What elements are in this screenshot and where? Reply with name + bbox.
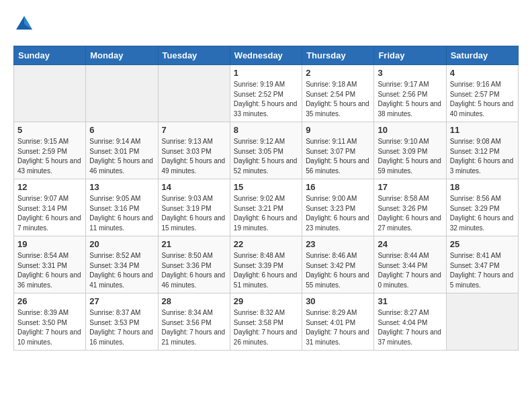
- calendar-table: SundayMondayTuesdayWednesdayThursdayFrid…: [13, 46, 519, 351]
- day-number: 27: [89, 296, 154, 306]
- day-number: 24: [378, 239, 442, 249]
- day-info: Sunrise: 8:52 AM Sunset: 3:34 PM Dayligh…: [89, 251, 154, 290]
- day-info: Sunrise: 8:29 AM Sunset: 4:01 PM Dayligh…: [306, 308, 370, 347]
- calendar-week-4: 19Sunrise: 8:54 AM Sunset: 3:31 PM Dayli…: [14, 236, 519, 293]
- calendar-cell: 21Sunrise: 8:50 AM Sunset: 3:36 PM Dayli…: [158, 236, 230, 293]
- calendar-cell: 30Sunrise: 8:29 AM Sunset: 4:01 PM Dayli…: [302, 293, 374, 351]
- day-info: Sunrise: 8:54 AM Sunset: 3:31 PM Dayligh…: [17, 251, 82, 290]
- calendar-cell: 26Sunrise: 8:39 AM Sunset: 3:50 PM Dayli…: [14, 293, 86, 351]
- calendar-week-2: 5Sunrise: 9:15 AM Sunset: 2:59 PM Daylig…: [14, 122, 519, 179]
- calendar-cell: 8Sunrise: 9:12 AM Sunset: 3:05 PM Daylig…: [230, 122, 302, 179]
- day-info: Sunrise: 8:48 AM Sunset: 3:39 PM Dayligh…: [234, 251, 298, 290]
- day-info: Sunrise: 9:11 AM Sunset: 3:07 PM Dayligh…: [306, 137, 370, 176]
- day-number: 6: [89, 125, 154, 135]
- day-info: Sunrise: 8:34 AM Sunset: 3:56 PM Dayligh…: [162, 308, 226, 347]
- day-number: 23: [306, 239, 370, 249]
- calendar-cell: [158, 65, 230, 122]
- weekday-header-friday: Friday: [374, 46, 446, 65]
- day-info: Sunrise: 9:17 AM Sunset: 2:56 PM Dayligh…: [378, 80, 442, 119]
- logo: [13, 13, 38, 35]
- weekday-header-wednesday: Wednesday: [230, 46, 302, 65]
- day-info: Sunrise: 8:32 AM Sunset: 3:58 PM Dayligh…: [234, 308, 298, 347]
- calendar-cell: 29Sunrise: 8:32 AM Sunset: 3:58 PM Dayli…: [230, 293, 302, 351]
- day-info: Sunrise: 8:37 AM Sunset: 3:53 PM Dayligh…: [89, 308, 154, 347]
- day-number: 21: [162, 239, 226, 249]
- weekday-header-monday: Monday: [86, 46, 158, 65]
- day-number: 20: [89, 239, 154, 249]
- day-info: Sunrise: 8:41 AM Sunset: 3:47 PM Dayligh…: [450, 251, 515, 290]
- weekday-header-sunday: Sunday: [14, 46, 86, 65]
- day-number: 30: [306, 296, 370, 306]
- calendar-week-5: 26Sunrise: 8:39 AM Sunset: 3:50 PM Dayli…: [14, 293, 519, 351]
- day-number: 12: [17, 182, 82, 192]
- day-info: Sunrise: 9:18 AM Sunset: 2:54 PM Dayligh…: [306, 80, 370, 119]
- calendar-cell: 11Sunrise: 9:08 AM Sunset: 3:12 PM Dayli…: [446, 122, 518, 179]
- day-number: 2: [306, 68, 370, 78]
- day-info: Sunrise: 8:46 AM Sunset: 3:42 PM Dayligh…: [306, 251, 370, 290]
- day-number: 3: [378, 68, 442, 78]
- day-info: Sunrise: 8:44 AM Sunset: 3:44 PM Dayligh…: [378, 251, 442, 290]
- day-number: 10: [378, 125, 442, 135]
- day-number: 4: [450, 68, 515, 78]
- weekday-header-saturday: Saturday: [446, 46, 518, 65]
- calendar-cell: [446, 293, 518, 351]
- day-number: 7: [162, 125, 226, 135]
- calendar-cell: 10Sunrise: 9:10 AM Sunset: 3:09 PM Dayli…: [374, 122, 446, 179]
- day-info: Sunrise: 9:13 AM Sunset: 3:03 PM Dayligh…: [162, 137, 226, 176]
- day-number: 15: [234, 182, 298, 192]
- calendar-cell: 12Sunrise: 9:07 AM Sunset: 3:14 PM Dayli…: [14, 179, 86, 236]
- calendar-cell: 25Sunrise: 8:41 AM Sunset: 3:47 PM Dayli…: [446, 236, 518, 293]
- day-info: Sunrise: 9:08 AM Sunset: 3:12 PM Dayligh…: [450, 137, 515, 176]
- calendar-cell: [14, 65, 86, 122]
- weekday-header-tuesday: Tuesday: [158, 46, 230, 65]
- day-info: Sunrise: 9:12 AM Sunset: 3:05 PM Dayligh…: [234, 137, 298, 176]
- calendar-week-3: 12Sunrise: 9:07 AM Sunset: 3:14 PM Dayli…: [14, 179, 519, 236]
- day-number: 5: [17, 125, 82, 135]
- day-info: Sunrise: 9:00 AM Sunset: 3:23 PM Dayligh…: [306, 194, 370, 233]
- day-info: Sunrise: 9:02 AM Sunset: 3:21 PM Dayligh…: [234, 194, 298, 233]
- calendar-cell: 24Sunrise: 8:44 AM Sunset: 3:44 PM Dayli…: [374, 236, 446, 293]
- day-info: Sunrise: 9:15 AM Sunset: 2:59 PM Dayligh…: [17, 137, 82, 176]
- calendar-cell: 27Sunrise: 8:37 AM Sunset: 3:53 PM Dayli…: [86, 293, 158, 351]
- calendar-cell: 2Sunrise: 9:18 AM Sunset: 2:54 PM Daylig…: [302, 65, 374, 122]
- calendar-cell: 28Sunrise: 8:34 AM Sunset: 3:56 PM Dayli…: [158, 293, 230, 351]
- calendar-cell: 6Sunrise: 9:14 AM Sunset: 3:01 PM Daylig…: [86, 122, 158, 179]
- day-number: 8: [234, 125, 298, 135]
- day-number: 26: [17, 296, 82, 306]
- day-number: 25: [450, 239, 515, 249]
- calendar-cell: 22Sunrise: 8:48 AM Sunset: 3:39 PM Dayli…: [230, 236, 302, 293]
- logo-icon: [13, 13, 35, 35]
- calendar-cell: 13Sunrise: 9:05 AM Sunset: 3:16 PM Dayli…: [86, 179, 158, 236]
- calendar-cell: 9Sunrise: 9:11 AM Sunset: 3:07 PM Daylig…: [302, 122, 374, 179]
- calendar-cell: 16Sunrise: 9:00 AM Sunset: 3:23 PM Dayli…: [302, 179, 374, 236]
- weekday-header-thursday: Thursday: [302, 46, 374, 65]
- day-info: Sunrise: 9:14 AM Sunset: 3:01 PM Dayligh…: [89, 137, 154, 176]
- day-number: 18: [450, 182, 515, 192]
- day-number: 14: [162, 182, 226, 192]
- calendar-week-1: 1Sunrise: 9:19 AM Sunset: 2:52 PM Daylig…: [14, 65, 519, 122]
- day-info: Sunrise: 8:39 AM Sunset: 3:50 PM Dayligh…: [17, 308, 82, 347]
- day-number: 11: [450, 125, 515, 135]
- day-info: Sunrise: 9:07 AM Sunset: 3:14 PM Dayligh…: [17, 194, 82, 233]
- day-number: 28: [162, 296, 226, 306]
- day-number: 31: [378, 296, 442, 306]
- day-info: Sunrise: 9:16 AM Sunset: 2:57 PM Dayligh…: [450, 80, 515, 119]
- calendar-cell: 15Sunrise: 9:02 AM Sunset: 3:21 PM Dayli…: [230, 179, 302, 236]
- page-header: [13, 13, 519, 35]
- calendar-header-row: SundayMondayTuesdayWednesdayThursdayFrid…: [14, 46, 519, 65]
- day-info: Sunrise: 8:56 AM Sunset: 3:29 PM Dayligh…: [450, 194, 515, 233]
- day-info: Sunrise: 9:03 AM Sunset: 3:19 PM Dayligh…: [162, 194, 226, 233]
- day-info: Sunrise: 8:50 AM Sunset: 3:36 PM Dayligh…: [162, 251, 226, 290]
- calendar-cell: 18Sunrise: 8:56 AM Sunset: 3:29 PM Dayli…: [446, 179, 518, 236]
- day-info: Sunrise: 9:19 AM Sunset: 2:52 PM Dayligh…: [234, 80, 298, 119]
- day-number: 22: [234, 239, 298, 249]
- calendar-cell: 19Sunrise: 8:54 AM Sunset: 3:31 PM Dayli…: [14, 236, 86, 293]
- calendar-cell: 20Sunrise: 8:52 AM Sunset: 3:34 PM Dayli…: [86, 236, 158, 293]
- day-info: Sunrise: 9:10 AM Sunset: 3:09 PM Dayligh…: [378, 137, 442, 176]
- day-number: 29: [234, 296, 298, 306]
- calendar-cell: 7Sunrise: 9:13 AM Sunset: 3:03 PM Daylig…: [158, 122, 230, 179]
- day-number: 19: [17, 239, 82, 249]
- calendar-cell: 4Sunrise: 9:16 AM Sunset: 2:57 PM Daylig…: [446, 65, 518, 122]
- day-number: 9: [306, 125, 370, 135]
- day-info: Sunrise: 8:27 AM Sunset: 4:04 PM Dayligh…: [378, 308, 442, 347]
